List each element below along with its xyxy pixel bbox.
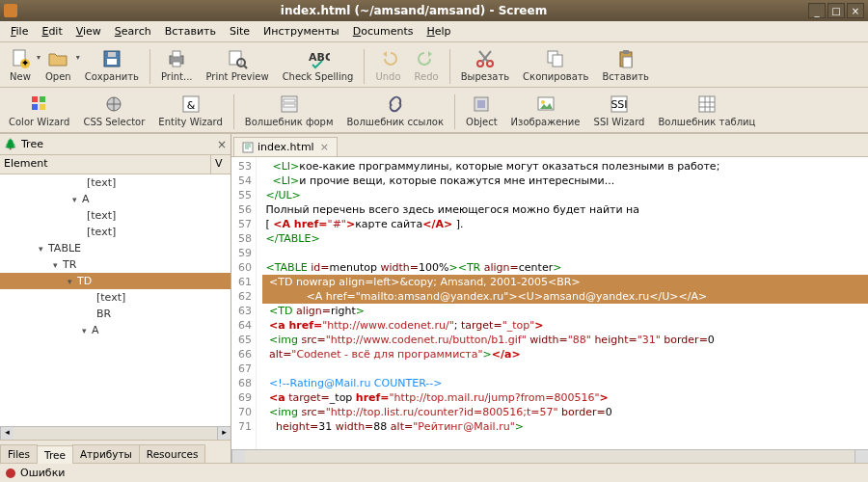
css-selector-icon xyxy=(102,93,125,116)
code-line[interactable] xyxy=(262,246,868,260)
image-wizard-button[interactable]: Изображение xyxy=(504,91,587,129)
tree-node[interactable]: ▾TABLE xyxy=(0,240,231,256)
sidebar-tab-files[interactable]: Files xyxy=(0,444,38,463)
code-line[interactable] xyxy=(262,362,868,376)
expand-arrow-icon[interactable]: ▾ xyxy=(68,277,77,286)
color-wizard-button[interactable]: Color Wizard xyxy=(2,91,76,129)
code-line[interactable]: <TD nowrap align=left>&copy; Amsand, 200… xyxy=(262,275,868,289)
code-line[interactable]: [ <A href="#">карте сайта</A> ]. xyxy=(262,217,868,231)
cut-button[interactable]: Вырезать xyxy=(454,45,516,84)
table-wizard-button[interactable]: Волшебник таблиц xyxy=(651,91,762,129)
tree-node[interactable]: [text] xyxy=(0,289,231,306)
link-wizard-icon xyxy=(384,93,407,116)
tree-node[interactable]: ▾TD xyxy=(0,273,231,289)
copy-button[interactable]: Скопировать xyxy=(516,45,595,84)
svg-rect-23 xyxy=(40,104,45,110)
code-line[interactable]: <TD align=right> xyxy=(262,304,868,318)
svg-line-11 xyxy=(244,66,247,68)
menu-вставить[interactable]: Вставить xyxy=(158,23,223,40)
ssi-wizard-button[interactable]: SSISSI Wizard xyxy=(587,91,652,129)
code-editor[interactable]: 53545556575859606162636465666768697071 <… xyxy=(231,157,868,449)
code-line[interactable]: <TABLE id=menutop width=100%><TR align=c… xyxy=(262,260,868,275)
object-button[interactable]: Object xyxy=(459,91,504,129)
code-line[interactable]: <img src="http://top.list.ru/counter?id=… xyxy=(262,405,868,419)
folder-open-button[interactable]: ▾Open xyxy=(39,45,78,84)
menu-site[interactable]: Site xyxy=(223,23,257,40)
sidebar-tab-атрибуты[interactable]: Атрибуты xyxy=(72,444,140,463)
tree-col-v[interactable]: V xyxy=(211,155,231,174)
sidebar-close-icon[interactable]: × xyxy=(217,138,227,151)
form-wizard-button[interactable]: Волшебник форм xyxy=(238,91,340,129)
scroll-track[interactable] xyxy=(245,450,854,463)
scroll-left-icon[interactable] xyxy=(231,450,245,463)
tree-node[interactable]: [text] xyxy=(0,224,231,240)
code-line[interactable]: <!--Rating@Mail.ru COUNTER--> xyxy=(262,376,868,390)
close-button[interactable]: × xyxy=(847,3,864,18)
line-number: 64 xyxy=(231,318,252,333)
code-line[interactable]: </TABLE> xyxy=(262,231,868,246)
entity-wizard-icon: & xyxy=(179,93,203,116)
expand-arrow-icon[interactable]: ▾ xyxy=(72,195,82,204)
tree-hscroll[interactable]: ◂ ▸ xyxy=(0,426,231,440)
code-line[interactable]: <a target=_top href="http://top.mail.ru/… xyxy=(262,390,868,405)
minimize-button[interactable]: _ xyxy=(808,3,826,18)
printer-button[interactable]: Print... xyxy=(154,45,200,84)
code-line[interactable]: <LI>и прочие вещи, которые покажутся мне… xyxy=(262,174,868,188)
scroll-right-icon[interactable] xyxy=(854,450,868,463)
css-selector-button[interactable]: CSS Selector xyxy=(76,91,151,129)
status-label[interactable]: Ошибки xyxy=(20,467,65,479)
menu-documents[interactable]: Documents xyxy=(346,23,420,40)
scroll-left-icon[interactable]: ◂ xyxy=(0,427,14,440)
code-line[interactable]: <a href="http://www.codenet.ru/"; target… xyxy=(262,318,868,333)
menu-help[interactable]: Help xyxy=(420,23,458,40)
maximize-button[interactable]: □ xyxy=(827,3,845,18)
svg-rect-21 xyxy=(40,96,45,102)
code-line[interactable]: </UL> xyxy=(262,188,868,202)
spellcheck-button[interactable]: ABCCheck Spelling xyxy=(276,45,361,84)
menu-инструменты[interactable]: Инструменты xyxy=(257,23,346,40)
scroll-right-icon[interactable]: ▸ xyxy=(217,427,231,440)
code-area[interactable]: <LI>кое-какие программулины, которые мог… xyxy=(257,157,868,449)
toolbar-separator xyxy=(149,49,150,84)
tree-node[interactable]: ▾TR xyxy=(0,256,231,273)
tree-node-label: [text] xyxy=(87,176,116,189)
tree-node-label: TD xyxy=(77,275,92,287)
code-line[interactable]: <img src="http://www.codenet.ru/button/b… xyxy=(262,333,868,347)
scroll-track[interactable] xyxy=(14,427,217,440)
code-line[interactable]: <LI>кое-какие программулины, которые мог… xyxy=(262,159,868,174)
expand-arrow-icon[interactable]: ▾ xyxy=(53,260,63,270)
tree-view[interactable]: [text]▾A[text][text]▾TABLE▾TR▾TD[text]BR… xyxy=(0,174,231,426)
paste-button[interactable]: Вставить xyxy=(596,45,656,84)
toolbar-label: Check Spelling xyxy=(283,71,354,82)
file-new-button[interactable]: ✦▾New xyxy=(2,45,39,84)
code-line[interactable]: height=31 width=88 alt="Рейтинг@Mail.ru"… xyxy=(262,419,868,434)
tree-node[interactable]: ▾A xyxy=(0,322,231,338)
code-line[interactable]: <A href="mailto:amsand@yandex.ru"><U>ams… xyxy=(262,289,868,304)
editor-hscroll[interactable] xyxy=(231,449,868,463)
link-wizard-button[interactable]: Волшебник ссылок xyxy=(339,91,450,129)
tree-node[interactable]: BR xyxy=(0,306,231,322)
expand-arrow-icon[interactable]: ▾ xyxy=(82,326,92,335)
entity-wizard-button[interactable]: &Entity Wizard xyxy=(151,91,229,129)
sidebar-tab-resources[interactable]: Resources xyxy=(139,444,206,463)
error-indicator-icon[interactable] xyxy=(6,469,15,478)
sidebar-tab-tree[interactable]: Tree xyxy=(37,445,73,464)
save-button[interactable]: Сохранить xyxy=(78,45,146,84)
menu-file[interactable]: File xyxy=(4,23,35,40)
code-line[interactable]: alt="Codenet - всё для программиста"></a… xyxy=(262,347,868,362)
editor-tab[interactable]: index.html × xyxy=(233,137,338,156)
svg-rect-28 xyxy=(284,99,295,102)
expand-arrow-icon[interactable]: ▾ xyxy=(39,244,48,254)
tree-col-element[interactable]: Element xyxy=(0,155,211,174)
toolbar-label: Изображение xyxy=(511,117,581,127)
menu-search[interactable]: Search xyxy=(108,23,158,40)
tree-node[interactable]: ▾A xyxy=(0,191,231,207)
menu-view[interactable]: View xyxy=(69,23,108,40)
tab-close-icon[interactable]: × xyxy=(320,141,329,153)
menu-edit[interactable]: Edit xyxy=(35,23,68,40)
code-line[interactable]: Полный перечень всего здесь имеющегося м… xyxy=(262,202,868,217)
object-icon xyxy=(470,93,493,116)
tree-node[interactable]: [text] xyxy=(0,207,231,224)
tree-node[interactable]: [text] xyxy=(0,174,231,191)
print-preview-button[interactable]: Print Preview xyxy=(200,45,276,84)
